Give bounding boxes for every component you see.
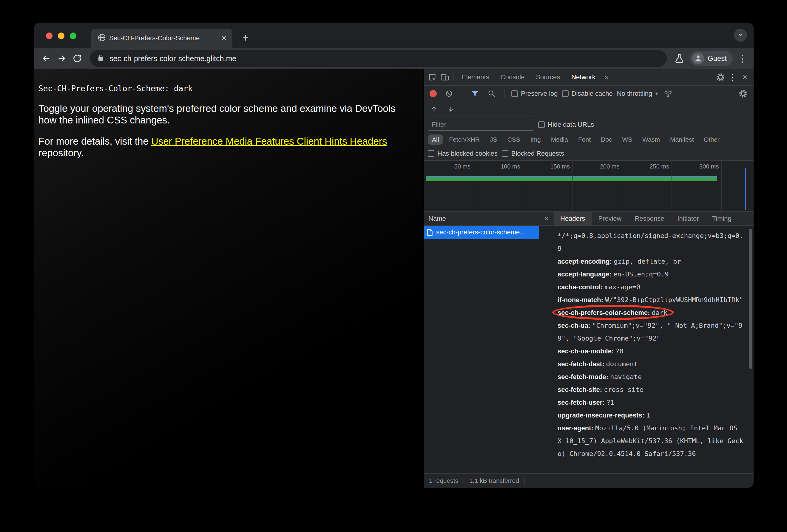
divider xyxy=(453,73,454,82)
filter-chip-doc[interactable]: Doc xyxy=(597,134,616,145)
devtools-tab-console[interactable]: Console xyxy=(495,69,530,85)
request-header-line: user-agent: Mozilla/5.0 (Macintosh; Inte… xyxy=(558,422,743,460)
header-value: dark xyxy=(652,309,667,316)
browser-tab[interactable]: Sec-CH-Prefers-Color-Scheme × xyxy=(91,29,232,48)
more-panels-chevron-icon[interactable]: » xyxy=(601,73,612,82)
throttling-value: No throttling xyxy=(617,90,653,97)
details-tab-response[interactable]: Response xyxy=(628,212,671,225)
navigation-bar: sec-ch-prefers-color-scheme.glitch.me Gu… xyxy=(34,48,753,69)
timeline-gridline xyxy=(721,161,722,212)
checkbox-box[interactable] xyxy=(428,150,434,157)
blocked-requests-checkbox[interactable]: Blocked Requests xyxy=(502,150,564,157)
checkbox-box[interactable] xyxy=(511,90,518,97)
details-tab-initiator[interactable]: Initiator xyxy=(671,212,705,225)
header-value: */*;q=0.8,application/signed-exchange;v=… xyxy=(558,232,743,252)
filter-toggle-button[interactable] xyxy=(469,87,481,100)
devtools-tab-sources[interactable]: Sources xyxy=(530,69,566,85)
address-bar[interactable]: sec-ch-prefers-color-scheme.glitch.me xyxy=(90,50,667,67)
filter-chip-wasm[interactable]: Wasm xyxy=(638,134,664,145)
blocked-requests-label: Blocked Requests xyxy=(511,150,564,157)
request-header-line: if-none-match: W/"392-B+pCtpzl+pyWUSHMRn… xyxy=(558,293,743,306)
devtools-menu-kebab-icon[interactable]: ⋮ xyxy=(727,72,739,83)
hide-data-urls-checkbox[interactable]: Hide data URLs xyxy=(538,121,594,129)
browser-window: Sec-CH-Prefers-Color-Scheme × + xyxy=(34,23,753,488)
record-network-log-button[interactable] xyxy=(430,90,437,97)
profile-name: Guest xyxy=(708,54,727,63)
filter-chip-img[interactable]: Img xyxy=(526,134,545,145)
requests-name-column-header[interactable]: Name xyxy=(424,212,539,226)
network-filter-input[interactable] xyxy=(428,119,534,131)
header-name: upgrade-insecure-requests: xyxy=(558,412,646,419)
preserve-log-checkbox[interactable]: Preserve log xyxy=(511,90,558,97)
devtools-panel-tabs: ElementsConsoleSourcesNetwork xyxy=(456,69,601,85)
devtools-tab-network[interactable]: Network xyxy=(566,69,601,85)
timeline-activity-bar xyxy=(426,176,717,181)
checkbox-box[interactable] xyxy=(562,90,569,97)
disable-cache-checkbox[interactable]: Disable cache xyxy=(562,90,613,97)
filter-chip-ws[interactable]: WS xyxy=(618,134,636,145)
export-har-button[interactable] xyxy=(445,103,457,115)
devtools-panel: ElementsConsoleSourcesNetwork » ⋮ × xyxy=(423,69,753,488)
scrollbar-thumb[interactable] xyxy=(749,229,752,369)
details-tab-preview[interactable]: Preview xyxy=(592,212,628,225)
device-toolbar-button[interactable] xyxy=(439,71,451,84)
filter-chip-manifest[interactable]: Manifest xyxy=(666,134,698,145)
forward-button[interactable] xyxy=(55,51,69,66)
network-search-button[interactable] xyxy=(485,87,498,100)
tab-search-button[interactable] xyxy=(734,29,747,42)
reload-button[interactable] xyxy=(70,51,84,66)
devtools-tabbar: ElementsConsoleSourcesNetwork » ⋮ × xyxy=(424,69,753,86)
header-value: W/"392-B+pCtpzl+pyWUSHMRn9dhHIbTRk" xyxy=(605,296,743,304)
import-har-button[interactable] xyxy=(428,103,440,115)
search-icon xyxy=(488,89,496,98)
paragraph2-suffix: repository. xyxy=(39,147,84,158)
filter-row: Hide data URLs xyxy=(424,117,753,132)
timeline-tick-label: 150 ms xyxy=(550,163,570,170)
filter-chip-css[interactable]: CSS xyxy=(503,134,525,145)
tab-close-icon[interactable]: × xyxy=(220,34,228,42)
back-button[interactable] xyxy=(39,51,54,66)
clear-network-log-button[interactable] xyxy=(443,87,455,100)
browser-menu-kebab-icon[interactable]: ⋮ xyxy=(736,53,748,64)
timeline-gridline xyxy=(622,161,622,212)
header-value: navigate xyxy=(610,373,642,380)
details-tab-headers[interactable]: Headers xyxy=(554,212,592,225)
request-header-line: cache-control: max-age=0 xyxy=(558,281,743,293)
details-tabbar: × HeadersPreviewResponseInitiatorTiming xyxy=(539,212,753,226)
has-blocked-cookies-checkbox[interactable]: Has blocked cookies xyxy=(428,150,497,157)
page-header-line: Sec-CH-Prefers-Color-Scheme: dark xyxy=(39,84,416,93)
new-tab-button[interactable]: + xyxy=(239,31,252,45)
filter-chip-font[interactable]: Font xyxy=(574,134,595,145)
close-window-button[interactable] xyxy=(46,32,52,39)
page-link[interactable]: User Preference Media Features Client Hi… xyxy=(151,136,387,147)
filter-chip-fetch-xhr[interactable]: Fetch/XHR xyxy=(445,134,484,145)
request-header-line: sec-fetch-mode: navigate xyxy=(558,370,743,383)
details-close-icon[interactable]: × xyxy=(539,214,554,223)
devtools-tab-elements[interactable]: Elements xyxy=(456,69,495,85)
request-header-line: upgrade-insecure-requests: 1 xyxy=(558,409,743,422)
throttling-dropdown[interactable]: No throttling ▾ xyxy=(617,90,658,97)
inspect-element-button[interactable] xyxy=(426,71,439,84)
details-tab-timing[interactable]: Timing xyxy=(705,212,738,225)
devtools-settings-button[interactable] xyxy=(714,71,727,84)
hide-data-urls-label: Hide data URLs xyxy=(548,121,594,129)
request-header-line: sec-fetch-dest: document xyxy=(558,358,743,370)
devtools-close-icon[interactable]: × xyxy=(739,72,751,82)
network-overview-timeline[interactable]: 50 ms100 ms150 ms200 ms250 ms300 ms xyxy=(424,161,753,212)
filter-chip-media[interactable]: Media xyxy=(547,134,572,145)
minimize-window-button[interactable] xyxy=(58,32,64,39)
zoom-window-button[interactable] xyxy=(70,32,77,39)
profile-chip[interactable]: Guest xyxy=(690,51,733,66)
filter-chip-other[interactable]: Other xyxy=(700,134,724,145)
filter-chip-js[interactable]: JS xyxy=(486,134,502,145)
labs-beaker-button[interactable] xyxy=(672,51,686,66)
filter-chip-all[interactable]: All xyxy=(428,134,443,145)
checkbox-box[interactable] xyxy=(502,150,508,157)
network-conditions-button[interactable] xyxy=(662,87,675,100)
checkbox-box[interactable] xyxy=(538,121,545,128)
labs-beaker-icon xyxy=(674,53,685,64)
request-row[interactable]: sec-ch-prefers-color-scheme... xyxy=(424,226,539,239)
network-status-bar: 1 requests 1.1 kB transferred xyxy=(424,473,753,488)
header-name: accept-encoding: xyxy=(558,258,614,265)
network-settings-button[interactable] xyxy=(737,87,749,100)
